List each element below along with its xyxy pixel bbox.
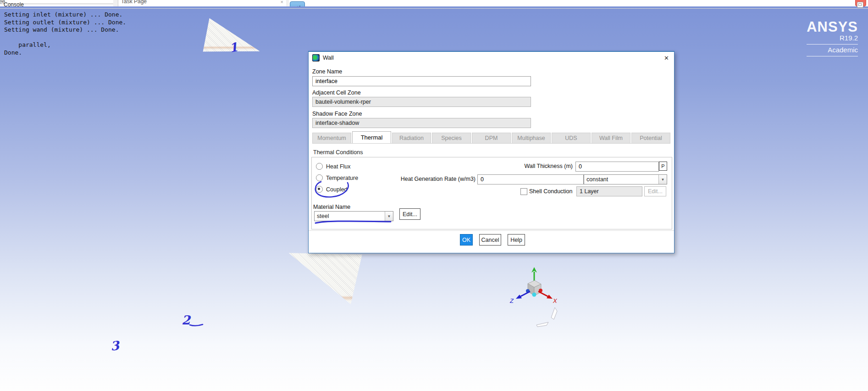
dialog-tab[interactable]: Momentum (312, 133, 351, 143)
shell-conduction-checkbox[interactable] (520, 188, 527, 195)
heat-generation-rate-label: Heat Generation Rate (w/m3) (351, 176, 475, 182)
shadow-face-zone-field (312, 118, 531, 128)
fluent-window: Tree ▾ Setup General ▸ Mo (0, 0, 868, 391)
thermal-condition-radio[interactable]: Coupled (316, 186, 358, 193)
radio-icon (316, 186, 323, 193)
help-button[interactable]: Help (508, 234, 525, 246)
wall-dialog: Wall ✕ Zone Name Adjacent Cell Zone Shad… (308, 51, 674, 253)
shell-edit-button: Edit... (644, 186, 666, 196)
shell-layers-field (576, 186, 642, 196)
wall-dialog-close-icon[interactable]: ✕ (663, 55, 670, 61)
task-page-close-icon[interactable]: × (281, 0, 283, 5)
radio-icon (316, 163, 323, 170)
console-title: Console (4, 1, 24, 8)
fluent-logo-icon (312, 54, 320, 61)
dialog-tab[interactable]: Potential (631, 133, 670, 143)
material-edit-button[interactable]: Edit... (399, 208, 420, 220)
chevron-down-icon: ▼ (658, 175, 667, 184)
console-line: Setting inlet (mixture) ... Done. (4, 11, 864, 19)
shadow-face-zone-label: Shadow Face Zone (312, 111, 362, 117)
dialog-tab[interactable]: DPM (472, 133, 511, 143)
ok-button[interactable]: OK (460, 234, 473, 246)
dialog-tab[interactable]: Species (432, 133, 471, 143)
radio-label: Heat Flux (326, 163, 351, 170)
wall-thickness-field[interactable] (575, 162, 659, 172)
material-name-dropdown[interactable]: steel▼ (314, 211, 393, 221)
thermal-conditions-label: Thermal Conditions (313, 149, 363, 156)
wall-dialog-title: Wall (323, 55, 663, 61)
adjacent-cell-zone-label: Adjacent Cell Zone (312, 89, 361, 96)
console-line: Setting wand (mixture) ... Done. (4, 26, 864, 34)
heat-generation-method-dropdown[interactable]: constant▼ (584, 174, 667, 184)
console-line (4, 34, 864, 42)
console-line: Setting outlet (mixture) ... Done. (4, 19, 864, 27)
dialog-tab[interactable]: Wall Film (592, 133, 630, 143)
material-name-label: Material Name (313, 204, 350, 210)
parameter-p-button[interactable]: P (659, 162, 667, 171)
thermal-condition-radio[interactable]: Heat Flux (316, 163, 358, 170)
console-popout-icon[interactable] (857, 2, 863, 8)
task-page-title: Task Page (121, 0, 147, 5)
wall-dialog-tabs: MomentumThermalRadiationSpeciesDPMMultip… (312, 133, 670, 143)
radio-label: Coupled (326, 186, 348, 193)
dialog-tab[interactable]: Multiphase (512, 133, 551, 143)
console-line: parallel, (4, 41, 864, 49)
shell-conduction-label: Shell Conduction (529, 188, 573, 195)
zone-name-field[interactable] (312, 76, 531, 86)
dialog-tab[interactable]: Radiation (392, 133, 431, 143)
wall-dialog-titlebar[interactable]: Wall ✕ (309, 52, 674, 64)
dialog-tab[interactable]: UDS (552, 133, 591, 143)
heat-generation-rate-field[interactable] (477, 174, 584, 184)
cancel-button[interactable]: Cancel (479, 234, 501, 246)
chevron-down-icon: ▼ (385, 212, 393, 221)
wall-thickness-label: Wall Thickness (m) (497, 163, 573, 169)
adjacent-cell-zone-field (312, 97, 531, 107)
zone-name-label: Zone Name (312, 68, 342, 75)
radio-icon (316, 174, 323, 181)
dialog-tab[interactable]: Thermal (352, 131, 391, 143)
